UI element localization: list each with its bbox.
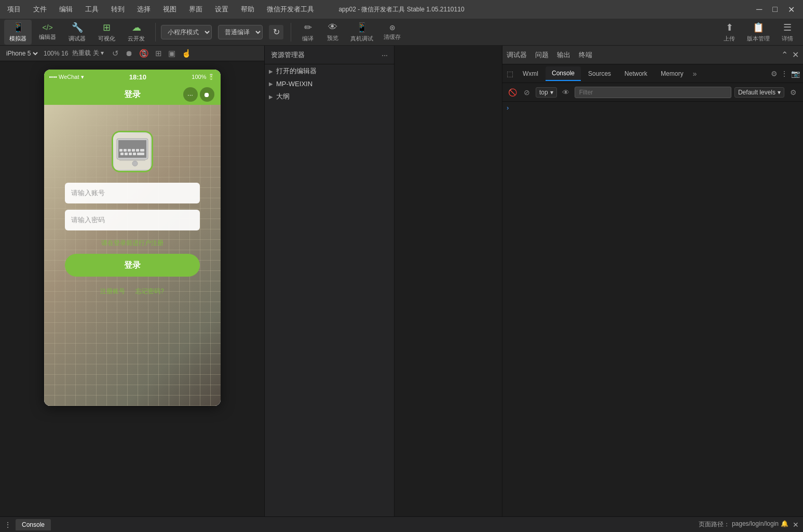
toolbar: 📱 模拟器 </> 编辑器 🔧 调试器 ⊞ 可视化 ☁ 云开发 小程序模式 普通… — [0, 19, 803, 46]
sim-record-icon[interactable]: ⏺ — [125, 49, 133, 58]
minimize-button[interactable]: ─ — [753, 5, 765, 15]
tab-sources[interactable]: Sources — [582, 67, 617, 80]
file-tree-open-editors[interactable]: ▶ 打开的编辑器 — [265, 64, 394, 78]
editor-label: 编辑器 — [39, 33, 56, 41]
file-tree-mp-weixin[interactable]: ▶ MP-WEIXIN — [265, 78, 394, 90]
toolbar-editor-btn[interactable]: </> 编辑器 — [34, 21, 61, 43]
sim-wifi-icon[interactable]: ▣ — [168, 49, 175, 58]
tab-options-btn[interactable]: ⋮ — [780, 67, 789, 80]
toolbar-realdevice-btn[interactable]: 📱 真机调试 — [346, 20, 377, 45]
editor-panel — [394, 46, 502, 516]
toolbar-simulator-btn[interactable]: 📱 模拟器 — [4, 20, 32, 45]
bottom-close-btn[interactable]: ✕ — [793, 521, 799, 529]
nav-more-btn[interactable]: ··· — [183, 87, 198, 102]
toolbar-clearcache-btn[interactable]: ⊛ 清缓存 — [379, 21, 405, 43]
file-panel-header: 资源管理器 ··· — [265, 46, 394, 64]
sim-qr-icon[interactable]: ⊞ — [155, 49, 162, 58]
phone-forgot-text[interactable]: 请在登录前进行户注册 — [101, 239, 164, 248]
debugger-icon: 🔧 — [72, 22, 83, 33]
console-pause-btn[interactable]: ⊘ — [521, 87, 533, 98]
toolbar-visual-btn[interactable]: ⊞ 可视化 — [93, 20, 120, 45]
devtools-header-tab-output[interactable]: 输出 — [557, 48, 570, 62]
level-value: Default levels — [738, 89, 775, 96]
toolbar-debugger-btn[interactable]: 🔧 调试器 — [63, 20, 91, 45]
phone-register-link[interactable]: 注册账号 — [100, 287, 125, 296]
menu-tools[interactable]: 工具 — [83, 4, 101, 15]
devtools-header-tab-terminal[interactable]: 终端 — [579, 48, 592, 62]
toolbar-compile-btn[interactable]: ✏ 编译 — [296, 20, 319, 45]
phone-logo-inner — [113, 132, 152, 171]
console-level-select[interactable]: Default levels ▾ — [734, 87, 784, 98]
devtools-header-tab-debugger[interactable]: 调试器 — [507, 48, 527, 62]
compile-select[interactable]: 普通编译 — [218, 25, 263, 39]
toolbar-preview-btn[interactable]: 👁 预览 — [321, 20, 344, 44]
console-caret: › — [507, 104, 509, 112]
bottom-console-tab[interactable]: Console — [16, 519, 51, 530]
tab-wxml[interactable]: Wxml — [516, 67, 545, 80]
close-button[interactable]: ✕ — [785, 5, 798, 15]
phone-logo — [112, 131, 153, 172]
toolbar-version-btn[interactable]: 📋 版本管理 — [743, 20, 774, 45]
phone-password-input[interactable]: 请输入密码 — [65, 210, 200, 230]
menu-file[interactable]: 文件 — [31, 4, 49, 15]
more-tabs-btn[interactable]: » — [690, 67, 699, 80]
menu-goto[interactable]: 转到 — [109, 4, 127, 15]
devtools-icon-pointer[interactable]: ⬚ — [505, 70, 515, 78]
cloud-label: 云开发 — [128, 35, 145, 43]
debugger-label: 调试器 — [69, 35, 86, 43]
file-tree-outline[interactable]: ▶ 大纲 — [265, 90, 394, 103]
mode-select[interactable]: 小程序模式 — [161, 25, 212, 39]
console-settings-btn[interactable]: ⚙ — [787, 87, 799, 98]
console-prompt[interactable]: › — [507, 104, 799, 112]
menu-select[interactable]: 选择 — [135, 4, 153, 15]
devtools-expand-btn[interactable]: ⌃ — [781, 50, 788, 60]
menu-edit[interactable]: 编辑 — [57, 4, 75, 15]
tab-settings-btn[interactable]: ⚙ — [770, 67, 779, 80]
console-clear-btn[interactable]: 🚫 — [507, 87, 518, 98]
toolbar-detail-btn[interactable]: ☰ 详情 — [776, 20, 799, 45]
mp-weixin-label: MP-WEIXIN — [276, 80, 312, 88]
menu-settings[interactable]: 设置 — [213, 4, 230, 15]
console-context-select[interactable]: top ▾ — [536, 87, 557, 98]
nav-record-btn[interactable]: ⏺ — [200, 87, 214, 102]
version-icon: 📋 — [753, 22, 764, 33]
toolbar-right: ⬆ 上传 📋 版本管理 ☰ 详情 — [718, 20, 799, 45]
menu-devtools[interactable]: 微信开发者工具 — [265, 4, 316, 15]
compile-refresh-btn[interactable]: ↻ — [269, 25, 283, 39]
hotreload-btn[interactable]: 热重载 关 ▾ — [72, 49, 104, 58]
phone-logo-area — [112, 131, 153, 172]
tab-memory[interactable]: Memory — [655, 67, 689, 80]
username-placeholder: 请输入账号 — [71, 188, 105, 198]
bottom-options-btn[interactable]: ⋮ — [4, 521, 11, 529]
phone-forgotpwd-link[interactable]: 忘记密码? — [135, 287, 164, 296]
menu-interface[interactable]: 界面 — [187, 4, 205, 15]
phone-login-btn[interactable]: 登录 — [65, 254, 200, 277]
outline-label: 大纲 — [276, 92, 290, 101]
toolbar-cloud-btn[interactable]: ☁ 云开发 — [123, 20, 150, 45]
outline-arrow: ▶ — [269, 94, 273, 100]
file-panel-more-btn[interactable]: ··· — [382, 51, 388, 59]
context-dropdown-icon: ▾ — [550, 89, 553, 96]
maximize-button[interactable]: □ — [769, 5, 781, 15]
tab-screenshot-btn[interactable]: 📷 — [790, 67, 801, 80]
toolbar-upload-btn[interactable]: ⬆ 上传 — [718, 20, 741, 45]
realdevice-label: 真机调试 — [350, 35, 373, 43]
tab-network[interactable]: Network — [618, 67, 654, 80]
devtools-header-tab-problems[interactable]: 问题 — [535, 48, 549, 62]
menu-view[interactable]: 视图 — [161, 4, 179, 15]
tab-console[interactable]: Console — [546, 66, 581, 81]
device-select[interactable]: iPhone 5 — [4, 49, 39, 58]
phone-status-bar: •••• WeChat ▾ 18:10 100% 🔋 — [44, 70, 221, 84]
open-editors-label: 打开的编辑器 — [276, 66, 317, 76]
visual-label: 可视化 — [98, 35, 115, 43]
sim-refresh-icon[interactable]: ↺ — [112, 49, 119, 58]
menu-project[interactable]: 项目 — [5, 4, 23, 15]
phone-username-input[interactable]: 请输入账号 — [65, 183, 200, 203]
sim-touch-icon[interactable]: ☝ — [182, 49, 192, 58]
main-area: iPhone 5 100% 16 热重载 关 ▾ ↺ ⏺ 📵 ⊞ ▣ ☝ •••… — [0, 46, 803, 516]
devtools-close-btn[interactable]: ✕ — [792, 50, 799, 60]
menu-help[interactable]: 帮助 — [239, 4, 256, 15]
console-eye-btn[interactable]: 👁 — [560, 87, 571, 98]
sim-phone-icon[interactable]: 📵 — [139, 49, 149, 58]
console-filter-input[interactable] — [575, 87, 731, 98]
